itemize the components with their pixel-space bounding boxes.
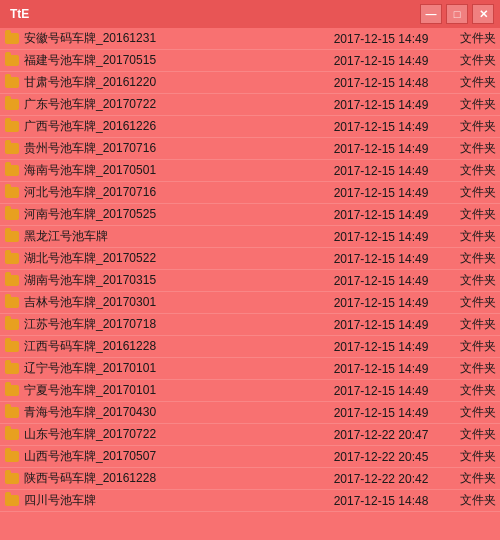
file-date: 2017-12-15 14:48 [316, 76, 446, 90]
file-type: 文件夹 [446, 30, 496, 47]
list-item[interactable]: 山东号池车牌_201707222017-12-22 20:47文件夹 [0, 424, 500, 446]
file-date: 2017-12-15 14:49 [316, 164, 446, 178]
list-item[interactable]: 海南号池车牌_201705012017-12-15 14:49文件夹 [0, 160, 500, 182]
maximize-button[interactable]: □ [446, 4, 468, 24]
folder-icon [4, 32, 20, 46]
file-date: 2017-12-15 14:49 [316, 296, 446, 310]
file-date: 2017-12-22 20:45 [316, 450, 446, 464]
list-item[interactable]: 广东号池车牌_201707222017-12-15 14:49文件夹 [0, 94, 500, 116]
file-type: 文件夹 [446, 184, 496, 201]
file-name: 湖南号池车牌_20170315 [24, 272, 316, 289]
title-bar: TtE — □ ✕ [0, 0, 500, 28]
folder-icon [4, 384, 20, 398]
file-date: 2017-12-15 14:49 [316, 340, 446, 354]
file-name: 宁夏号池车牌_20170101 [24, 382, 316, 399]
file-name: 陕西号码车牌_20161228 [24, 470, 316, 487]
folder-icon [4, 186, 20, 200]
folder-icon [4, 208, 20, 222]
file-name: 广西号池车牌_20161226 [24, 118, 316, 135]
list-item[interactable]: 辽宁号池车牌_201701012017-12-15 14:49文件夹 [0, 358, 500, 380]
file-type: 文件夹 [446, 162, 496, 179]
file-date: 2017-12-22 20:47 [316, 428, 446, 442]
file-name: 甘肃号池车牌_20161220 [24, 74, 316, 91]
list-item[interactable]: 吉林号池车牌_201703012017-12-15 14:49文件夹 [0, 292, 500, 314]
file-name: 贵州号池车牌_20170716 [24, 140, 316, 157]
list-item[interactable]: 江西号码车牌_201612282017-12-15 14:49文件夹 [0, 336, 500, 358]
file-type: 文件夹 [446, 228, 496, 245]
list-item[interactable]: 湖南号池车牌_201703152017-12-15 14:49文件夹 [0, 270, 500, 292]
folder-icon [4, 98, 20, 112]
folder-icon [4, 296, 20, 310]
list-item[interactable]: 黑龙江号池车牌2017-12-15 14:49文件夹 [0, 226, 500, 248]
file-type: 文件夹 [446, 118, 496, 135]
list-item[interactable]: 陕西号码车牌_201612282017-12-22 20:42文件夹 [0, 468, 500, 490]
file-date: 2017-12-15 14:49 [316, 230, 446, 244]
file-name: 山东号池车牌_20170722 [24, 426, 316, 443]
file-date: 2017-12-15 14:49 [316, 384, 446, 398]
file-name: 青海号池车牌_20170430 [24, 404, 316, 421]
file-type: 文件夹 [446, 448, 496, 465]
folder-icon [4, 472, 20, 486]
file-type: 文件夹 [446, 96, 496, 113]
list-item[interactable]: 宁夏号池车牌_201701012017-12-15 14:49文件夹 [0, 380, 500, 402]
list-item[interactable]: 江苏号池车牌_201707182017-12-15 14:49文件夹 [0, 314, 500, 336]
list-item[interactable]: 福建号池车牌_201705152017-12-15 14:49文件夹 [0, 50, 500, 72]
list-item[interactable]: 四川号池车牌2017-12-15 14:48文件夹 [0, 490, 500, 512]
list-item[interactable]: 河北号池车牌_201707162017-12-15 14:49文件夹 [0, 182, 500, 204]
folder-icon [4, 428, 20, 442]
file-date: 2017-12-15 14:49 [316, 54, 446, 68]
folder-icon [4, 54, 20, 68]
folder-icon [4, 340, 20, 354]
file-type: 文件夹 [446, 294, 496, 311]
folder-icon [4, 494, 20, 508]
folder-icon [4, 318, 20, 332]
file-type: 文件夹 [446, 382, 496, 399]
file-date: 2017-12-15 14:49 [316, 274, 446, 288]
file-name: 广东号池车牌_20170722 [24, 96, 316, 113]
file-name: 河南号池车牌_20170525 [24, 206, 316, 223]
file-name: 辽宁号池车牌_20170101 [24, 360, 316, 377]
file-name: 四川号池车牌 [24, 492, 316, 509]
file-type: 文件夹 [446, 360, 496, 377]
file-name: 吉林号池车牌_20170301 [24, 294, 316, 311]
list-item[interactable]: 山西号池车牌_201705072017-12-22 20:45文件夹 [0, 446, 500, 468]
folder-icon [4, 362, 20, 376]
file-name: 河北号池车牌_20170716 [24, 184, 316, 201]
folder-icon [4, 230, 20, 244]
file-type: 文件夹 [446, 404, 496, 421]
file-type: 文件夹 [446, 206, 496, 223]
file-date: 2017-12-15 14:49 [316, 252, 446, 266]
folder-icon [4, 142, 20, 156]
file-type: 文件夹 [446, 272, 496, 289]
file-type: 文件夹 [446, 250, 496, 267]
file-type: 文件夹 [446, 52, 496, 69]
file-date: 2017-12-15 14:49 [316, 362, 446, 376]
list-item[interactable]: 贵州号池车牌_201707162017-12-15 14:49文件夹 [0, 138, 500, 160]
file-name: 海南号池车牌_20170501 [24, 162, 316, 179]
file-name: 湖北号池车牌_20170522 [24, 250, 316, 267]
file-date: 2017-12-15 14:49 [316, 32, 446, 46]
file-name: 黑龙江号池车牌 [24, 228, 316, 245]
close-button[interactable]: ✕ [472, 4, 494, 24]
list-item[interactable]: 甘肃号池车牌_201612202017-12-15 14:48文件夹 [0, 72, 500, 94]
file-date: 2017-12-15 14:49 [316, 98, 446, 112]
file-date: 2017-12-15 14:49 [316, 186, 446, 200]
list-item[interactable]: 湖北号池车牌_201705222017-12-15 14:49文件夹 [0, 248, 500, 270]
list-item[interactable]: 安徽号码车牌_201612312017-12-15 14:49文件夹 [0, 28, 500, 50]
file-type: 文件夹 [446, 74, 496, 91]
file-type: 文件夹 [446, 492, 496, 509]
file-name: 江西号码车牌_20161228 [24, 338, 316, 355]
folder-icon [4, 164, 20, 178]
folder-icon [4, 120, 20, 134]
minimize-button[interactable]: — [420, 4, 442, 24]
file-name: 江苏号池车牌_20170718 [24, 316, 316, 333]
list-item[interactable]: 河南号池车牌_201705252017-12-15 14:49文件夹 [0, 204, 500, 226]
file-list: 安徽号码车牌_201612312017-12-15 14:49文件夹福建号池车牌… [0, 28, 500, 540]
title-bar-text: TtE [6, 7, 29, 21]
file-date: 2017-12-15 14:49 [316, 406, 446, 420]
list-item[interactable]: 青海号池车牌_201704302017-12-15 14:49文件夹 [0, 402, 500, 424]
folder-icon [4, 252, 20, 266]
folder-icon [4, 406, 20, 420]
file-type: 文件夹 [446, 140, 496, 157]
list-item[interactable]: 广西号池车牌_201612262017-12-15 14:49文件夹 [0, 116, 500, 138]
